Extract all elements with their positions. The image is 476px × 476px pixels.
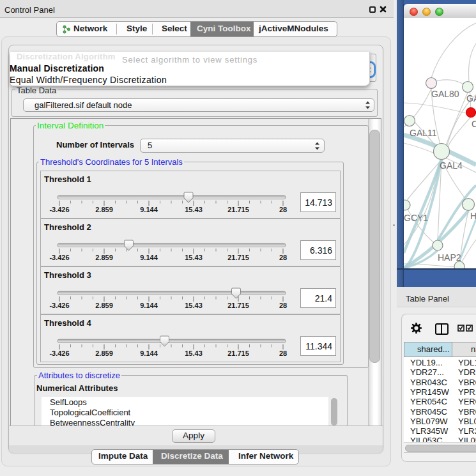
svg-text:9.144: 9.144 (140, 205, 158, 213)
svg-text:28: 28 (279, 349, 287, 357)
svg-text:-3.426: -3.426 (49, 205, 69, 213)
svg-text:-3.426: -3.426 (49, 349, 69, 357)
svg-text:GCY1: GCY1 (404, 213, 428, 223)
svg-text:Threshold 4: Threshold 4 (44, 318, 91, 328)
svg-text:21.715: 21.715 (227, 349, 249, 357)
svg-text:Threshold 1: Threshold 1 (44, 174, 91, 184)
svg-text:9.144: 9.144 (140, 253, 158, 261)
svg-text:H: H (470, 211, 476, 221)
svg-text:C: C (472, 119, 476, 129)
svg-text:28: 28 (279, 301, 287, 309)
svg-text:9.144: 9.144 (140, 301, 158, 309)
svg-text:HAP2: HAP2 (438, 252, 461, 263)
svg-text:2.859: 2.859 (95, 349, 113, 357)
svg-text:15.43: 15.43 (185, 349, 203, 357)
svg-text:15.43: 15.43 (185, 205, 203, 213)
svg-text:21.715: 21.715 (227, 253, 249, 261)
svg-text:GAL80: GAL80 (431, 89, 459, 99)
svg-text:15.43: 15.43 (185, 253, 203, 261)
svg-text:28: 28 (279, 205, 287, 213)
svg-text:15.43: 15.43 (185, 301, 203, 309)
svg-text:28: 28 (279, 253, 287, 261)
svg-text:2.859: 2.859 (95, 205, 113, 213)
svg-text:-3.426: -3.426 (49, 253, 69, 261)
svg-text:21.715: 21.715 (227, 301, 249, 309)
svg-text:Threshold 2: Threshold 2 (44, 222, 91, 232)
svg-text:GA: GA (466, 93, 476, 104)
svg-text:9.144: 9.144 (140, 349, 158, 357)
svg-text:GAL11: GAL11 (410, 128, 437, 138)
svg-text:21.715: 21.715 (227, 205, 249, 213)
svg-text:GAL4: GAL4 (440, 160, 463, 171)
svg-text:Threshold 3: Threshold 3 (44, 270, 91, 280)
svg-text:2.859: 2.859 (95, 301, 113, 309)
svg-text:2.859: 2.859 (95, 253, 113, 261)
svg-text:-3.426: -3.426 (49, 301, 69, 309)
